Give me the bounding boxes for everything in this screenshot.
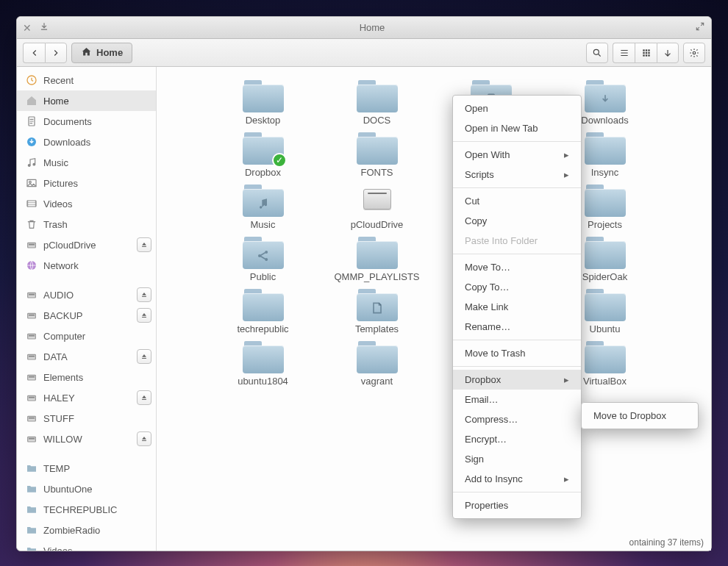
forward-button[interactable] [45,43,67,63]
sidebar-item-label: TEMP [43,463,151,474]
menu-item-open-with[interactable]: Open With▸ [453,145,581,165]
file-item-templates[interactable]: Templates [320,289,434,335]
sidebar-item-music[interactable]: Music [17,152,156,173]
folder-icon [26,462,38,474]
sidebar-item-data[interactable]: DATA [17,346,156,367]
eject-button[interactable] [137,308,151,323]
menu-item-label: Copy To… [465,282,509,293]
sidebar-item-label: Music [43,157,151,168]
menu-item-scripts[interactable]: Scripts▸ [453,165,581,185]
menu-item-encrypt-[interactable]: Encrypt… [453,429,581,449]
svg-point-17 [29,181,32,183]
menu-item-dropbox[interactable]: Dropbox▸ [453,370,581,390]
file-item-docs[interactable]: DOCS [320,80,434,126]
download-icon[interactable] [39,21,49,34]
path-segment-home[interactable]: Home [71,43,132,63]
sidebar-item-videos[interactable]: Videos [17,540,156,551]
menu-item-email-[interactable]: Email… [453,390,581,409]
menu-item-add-to-insync[interactable]: Add to Insync▸ [453,469,581,489]
trash-icon [26,218,38,230]
sidebar-item-downloads[interactable]: Downloads [17,132,156,152]
sidebar-item-zombieradio[interactable]: ZombieRadio [17,520,156,540]
menu-item-open-in-new-tab[interactable]: Open in New Tab [453,118,581,138]
svg-rect-33 [29,397,35,398]
menu-item-label: Sign [465,454,484,465]
eject-button[interactable] [137,287,151,302]
drive-icon [26,239,38,251]
drive-icon [26,392,38,404]
menu-item-copy[interactable]: Copy [453,211,581,231]
sidebar-item-documents[interactable]: Documents [17,111,156,132]
svg-rect-36 [28,437,36,442]
sidebar-item-videos[interactable]: Videos [17,193,156,214]
file-item-fonts[interactable]: FONTS [320,132,434,179]
menu-item-compress-[interactable]: Compress… [453,409,581,429]
menu-item-make-link[interactable]: Make Link [453,297,581,317]
view-list-button[interactable] [613,43,635,63]
file-label: vagrant [358,375,396,387]
menu-item-cut[interactable]: Cut [453,191,581,211]
eject-button[interactable] [137,390,151,405]
sidebar-item-home[interactable]: Home [17,90,156,111]
menu-item-rename-[interactable]: Rename… [453,317,581,337]
sidebar-item-audio[interactable]: AUDIO [17,284,156,305]
menu-item-properties[interactable]: Properties [453,495,581,515]
file-item-techrepublic[interactable]: techrepublic [206,289,320,335]
file-item-public[interactable]: Public [206,237,320,283]
sidebar-item-willow[interactable]: WILLOW [17,429,156,449]
menu-item-move-to-trash[interactable]: Move to Trash [453,343,581,363]
sidebar-item-temp[interactable]: TEMP [17,458,156,479]
file-label: Projects [585,218,625,231]
settings-button[interactable] [683,43,705,63]
view-options-button[interactable] [657,43,679,63]
eject-button[interactable] [137,237,151,252]
sidebar-item-label: AUDIO [43,290,131,301]
sidebar-item-ubuntuone[interactable]: UbuntuOne [17,479,156,499]
menu-item-sign[interactable]: Sign [453,449,581,469]
file-label: SpiderOak [579,271,630,283]
submenu-item-move-to-dropbox[interactable]: Move to Dropbox [582,406,698,426]
file-item-music[interactable]: Music [206,185,320,231]
back-button[interactable] [23,43,45,63]
folder-icon: ✓ [243,132,284,165]
menu-item-copy-to-[interactable]: Copy To… [453,277,581,297]
file-item-dropbox[interactable]: ✓Dropbox [206,132,320,179]
file-item-ubuntu1804[interactable]: ubuntu1804 [206,341,320,387]
menu-item-label: Cut [465,196,479,207]
sidebar-item-network[interactable]: Network [17,255,156,276]
search-button[interactable] [586,43,608,63]
eject-button[interactable] [137,349,151,364]
folder-icon [357,341,398,373]
sidebar-item-computer[interactable]: Computer [17,326,156,346]
eject-button[interactable] [137,431,151,446]
sidebar-item-haley[interactable]: HALEY [17,387,156,408]
file-item-pclouddrive[interactable]: pCloudDrive [320,185,434,231]
sidebar-item-stuff[interactable]: STUFF [17,408,156,429]
sidebar-item-backup[interactable]: BACKUP [17,305,156,326]
sidebar-item-label: HALEY [43,393,131,404]
menu-item-open[interactable]: Open [453,98,581,118]
file-label: techrepublic [234,323,291,335]
file-item-desktop[interactable]: Desktop [206,80,320,126]
view-icons-button[interactable] [635,43,657,63]
chevron-right-icon: ▸ [564,149,569,160]
sidebar-item-techrepublic[interactable]: TECHREPUBLIC [17,499,156,520]
file-item-vagrant[interactable]: vagrant [320,341,434,387]
sidebar-item-recent[interactable]: Recent [17,70,156,90]
drive-icon [26,330,38,342]
file-item-qmmp-playlists[interactable]: QMMP_PLAYLISTS [320,237,434,283]
svg-point-14 [28,165,30,167]
sidebar-item-trash[interactable]: Trash [17,214,156,234]
file-label: QMMP_PLAYLISTS [331,271,422,283]
svg-rect-6 [648,51,649,53]
drive-icon [26,371,38,383]
file-label: ubuntu1804 [235,375,291,387]
file-label: VirtualBox [580,375,629,387]
menu-item-move-to-[interactable]: Move To… [453,257,581,277]
sidebar-item-pictures[interactable]: Pictures [17,173,156,193]
drive-icon [360,185,395,217]
sidebar-item-elements[interactable]: Elements [17,367,156,387]
maximize-icon[interactable] [695,21,705,34]
close-icon[interactable]: ✕ [23,22,32,34]
sidebar-item-pclouddrive[interactable]: pCloudDrive [17,234,156,255]
